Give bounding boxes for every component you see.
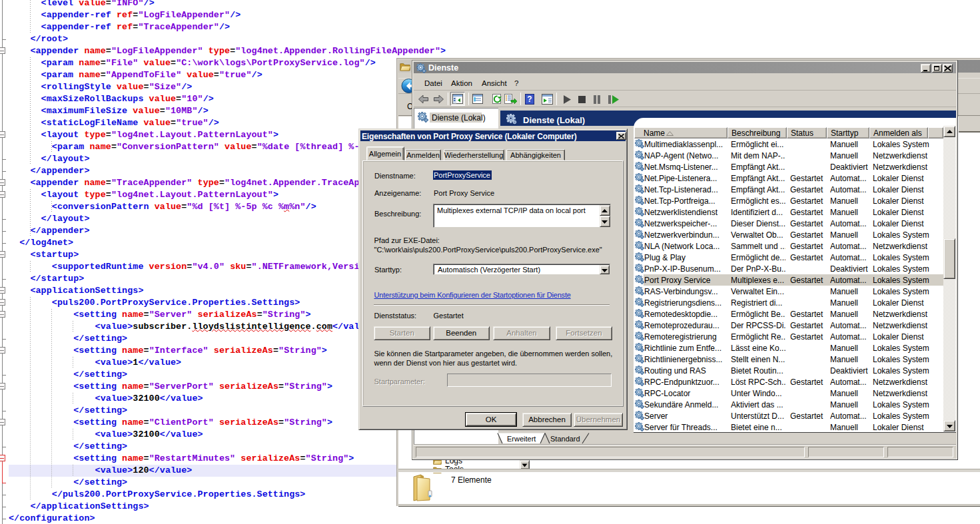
svg-text:Erweitert: Erweitert [507, 435, 536, 443]
svg-text:Standard: Standard [550, 435, 580, 443]
